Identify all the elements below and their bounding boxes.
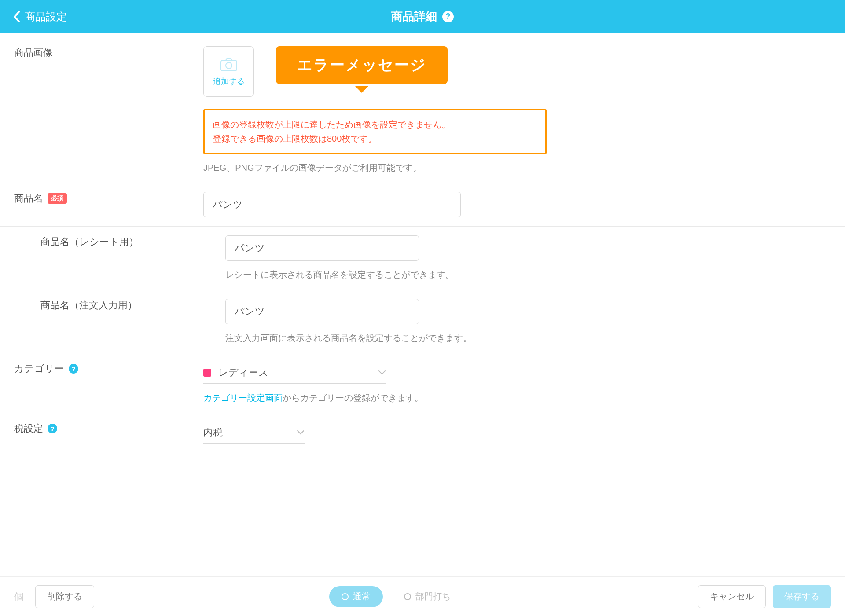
category-hint: カテゴリー設定画面からカテゴリーの登録ができます。 — [203, 392, 831, 404]
back-label: 商品設定 — [25, 10, 67, 24]
svg-point-1 — [226, 62, 232, 69]
category-value: レディース — [218, 366, 268, 379]
error-line-2: 登録できる画像の上限枚数は800枚です。 — [213, 132, 537, 146]
product-name-input[interactable] — [203, 192, 461, 217]
help-icon[interactable]: ? — [69, 364, 78, 374]
order-name-hint: 注文入力画面に表示される商品名を設定することができます。 — [225, 332, 831, 344]
image-hint: JPEG、PNGファイルの画像データがご利用可能です。 — [203, 162, 831, 174]
help-icon[interactable]: ? — [48, 424, 57, 433]
receipt-name-hint: レシートに表示される商品名を設定することができます。 — [225, 269, 831, 281]
required-badge: 必須 — [48, 193, 67, 204]
label-category: カテゴリー — [14, 362, 64, 375]
app-header: 商品設定 商品詳細 ? — [0, 0, 845, 33]
tax-select[interactable]: 内税 — [203, 422, 305, 444]
tax-value: 内税 — [203, 426, 223, 439]
error-callout: エラーメッセージ — [276, 46, 448, 84]
page-title: 商品詳細 — [391, 9, 437, 24]
order-name-input[interactable] — [225, 299, 419, 324]
label-product-name: 商品名 — [14, 192, 43, 205]
add-image-button[interactable]: 追加する — [203, 46, 254, 97]
camera-icon — [220, 57, 238, 72]
add-image-label: 追加する — [213, 76, 245, 87]
label-order-name: 商品名（注文入力用） — [14, 299, 203, 312]
chevron-down-icon — [378, 370, 386, 375]
back-button[interactable]: 商品設定 — [13, 10, 67, 24]
receipt-name-input[interactable] — [225, 235, 419, 261]
svg-rect-0 — [221, 60, 237, 71]
label-product-image: 商品画像 — [14, 46, 203, 59]
chevron-down-icon — [297, 430, 305, 435]
category-color-chip — [203, 369, 211, 377]
chevron-left-icon — [13, 11, 20, 22]
error-message-box: 画像の登録枚数が上限に達したため画像を設定できません。 登録できる画像の上限枚数… — [203, 109, 547, 154]
category-settings-link[interactable]: カテゴリー設定画面 — [203, 393, 283, 403]
error-line-1: 画像の登録枚数が上限に達したため画像を設定できません。 — [213, 117, 537, 132]
label-receipt-name: 商品名（レシート用） — [14, 235, 203, 249]
help-icon[interactable]: ? — [442, 11, 454, 22]
category-select[interactable]: レディース — [203, 362, 386, 384]
label-tax: 税設定 — [14, 422, 43, 435]
